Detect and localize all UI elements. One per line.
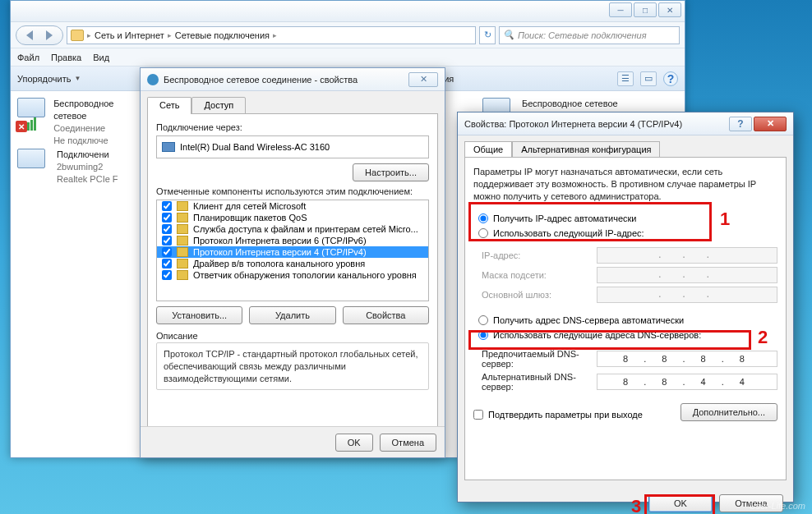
help-icon[interactable]: ?	[663, 71, 678, 86]
list-item[interactable]: Ответчик обнаружения топологии канальног…	[157, 269, 428, 281]
radio-input[interactable]	[478, 228, 488, 238]
component-checkbox[interactable]	[162, 236, 172, 246]
connection-sub: 2bwuming2	[57, 161, 118, 173]
dialog-titlebar: Свойства: Протокол Интернета версии 4 (T…	[458, 112, 793, 135]
ok-button[interactable]: OK	[335, 434, 373, 452]
component-checkbox[interactable]	[162, 247, 172, 257]
description-label: Описание	[156, 331, 429, 341]
dialog-icon	[147, 74, 159, 85]
gateway-label: Основной шлюз:	[482, 290, 597, 300]
components-label: Отмеченные компоненты используются этим …	[156, 186, 429, 196]
connection-sub: Соединение	[53, 122, 141, 135]
disconnected-icon: ✕	[16, 121, 27, 132]
uninstall-button[interactable]: Удалить	[249, 306, 335, 324]
list-item[interactable]: Драйвер в/в тополога канального уровня	[157, 258, 428, 269]
wifi-icon: ✕	[17, 98, 48, 131]
component-checkbox[interactable]	[162, 270, 172, 280]
radio-auto-ip[interactable]: Получить IP-адрес автоматически	[473, 211, 777, 226]
dialog-footer: OK Отмена	[458, 487, 793, 514]
advanced-button[interactable]: Дополнительно...	[681, 403, 777, 421]
install-button[interactable]: Установить...	[156, 306, 242, 324]
subnet-mask-field: . . .	[597, 267, 777, 283]
maximize-button[interactable]: □	[634, 2, 657, 17]
component-checkbox[interactable]	[162, 213, 172, 223]
description-text: Протокол TCP/IP - стандартный протокол г…	[156, 342, 429, 390]
responder-icon	[177, 270, 188, 280]
annotation-number: 3	[631, 496, 641, 514]
menu-edit[interactable]: Правка	[51, 53, 81, 62]
list-item[interactable]: Клиент для сетей Microsoft	[157, 200, 428, 212]
protocol-icon	[177, 236, 188, 246]
ok-button[interactable]: OK	[648, 494, 713, 512]
dialog-footer: OK Отмена	[141, 426, 445, 457]
folder-icon	[71, 30, 84, 41]
adapter-field: Intel(R) Dual Band Wireless-AC 3160	[156, 135, 429, 158]
radio-input[interactable]	[478, 213, 488, 223]
watermark: User-Life.com	[750, 501, 805, 511]
radio-auto-dns[interactable]: Получить адрес DNS-сервера автоматически	[473, 313, 777, 328]
preview-pane-icon[interactable]: ▭	[640, 71, 657, 86]
window-titlebar: ─ □ ✕	[11, 1, 685, 22]
help-button[interactable]: ?	[729, 117, 752, 131]
qos-icon	[177, 213, 188, 223]
tab-content: Параметры IP могут назначаться автоматич…	[464, 157, 787, 480]
protocol-icon	[177, 247, 188, 257]
validate-label: Подтвердить параметры при выходе	[488, 410, 643, 420]
dialog-titlebar: Беспроводное сетевое соединение - свойст…	[141, 68, 445, 91]
radio-manual-dns[interactable]: Использовать следующие адреса DNS-сервер…	[473, 328, 777, 342]
address-bar-row: ▸ Сеть и Интернет ▸ Сетевые подключения …	[11, 22, 685, 48]
connection-title: Беспроводное сетевое	[53, 98, 141, 122]
breadcrumb-bar[interactable]: ▸ Сеть и Интернет ▸ Сетевые подключения …	[67, 26, 476, 44]
component-checkbox[interactable]	[162, 201, 172, 211]
list-item-selected[interactable]: Протокол Интернета версии 4 (TCP/IPv4)	[157, 246, 428, 258]
menu-file[interactable]: Файл	[17, 53, 39, 62]
radio-manual-ip[interactable]: Использовать следующий IP-адрес:	[473, 226, 777, 241]
adapter-icon	[162, 142, 175, 152]
view-slider-icon[interactable]: ☰	[617, 71, 634, 86]
radio-input[interactable]	[478, 330, 488, 340]
validate-checkbox[interactable]	[473, 410, 483, 420]
dialog-title: Свойства: Протокол Интернета версии 4 (T…	[464, 119, 682, 129]
subnet-mask-label: Маска подсети:	[482, 270, 597, 280]
close-button[interactable]: ✕	[658, 2, 681, 17]
tab-network[interactable]: Сеть	[147, 97, 191, 114]
search-input[interactable]: 🔍 Поиск: Сетевые подключения	[499, 26, 680, 44]
menu-bar: Файл Правка Вид	[11, 48, 685, 67]
adapter-properties-dialog: Беспроводное сетевое соединение - свойст…	[140, 67, 445, 458]
tab-general[interactable]: Общие	[464, 141, 512, 158]
configure-button[interactable]: Настроить...	[353, 163, 429, 181]
list-item[interactable]: Служба доступа к файлам и принтерам сете…	[157, 223, 428, 235]
component-checkbox[interactable]	[162, 259, 172, 268]
driver-icon	[177, 259, 188, 268]
list-item[interactable]: Планировщик пакетов QoS	[157, 212, 428, 223]
organize-button[interactable]: Упорядочить▼	[17, 74, 81, 84]
refresh-button[interactable]: ↻	[479, 26, 496, 44]
dialog-title: Беспроводное сетевое соединение - свойст…	[164, 75, 358, 85]
service-icon	[177, 224, 188, 234]
tab-sharing[interactable]: Доступ	[191, 97, 246, 114]
info-text: Параметры IP могут назначаться автоматич…	[473, 166, 777, 203]
menu-view[interactable]: Вид	[93, 53, 109, 62]
close-button[interactable]: ✕	[754, 117, 787, 131]
annotation-number: 1	[720, 209, 730, 230]
components-list[interactable]: Клиент для сетей Microsoft Планировщик п…	[156, 200, 429, 301]
dns2-label: Альтернативный DNS-сервер:	[482, 372, 597, 392]
component-checkbox[interactable]	[162, 224, 172, 234]
tab-content: Подключение через: Intel(R) Dual Band Wi…	[147, 113, 438, 435]
tab-alternate[interactable]: Альтернативная конфигурация	[512, 141, 660, 158]
radio-input[interactable]	[478, 315, 488, 325]
breadcrumb-item[interactable]: Сеть и Интернет	[95, 30, 164, 40]
nav-back-forward[interactable]	[16, 25, 63, 45]
minimize-button[interactable]: ─	[609, 2, 632, 17]
gateway-field: . . .	[597, 287, 777, 303]
breadcrumb-item[interactable]: Сетевые подключения	[175, 30, 270, 40]
dns1-field[interactable]: 8 . 8 . 8 . 8	[597, 351, 777, 367]
adapter-name: Intel(R) Dual Band Wireless-AC 3160	[180, 142, 330, 152]
search-placeholder: Поиск: Сетевые подключения	[518, 30, 647, 40]
properties-button[interactable]: Свойства	[343, 306, 429, 324]
list-item[interactable]: Протокол Интернета версии 6 (TCP/IPv6)	[157, 235, 428, 246]
cancel-button[interactable]: Отмена	[380, 434, 436, 452]
connect-via-label: Подключение через:	[156, 122, 429, 132]
close-button[interactable]: ✕	[408, 72, 438, 87]
dns2-field[interactable]: 8 . 8 . 4 . 4	[597, 374, 777, 390]
